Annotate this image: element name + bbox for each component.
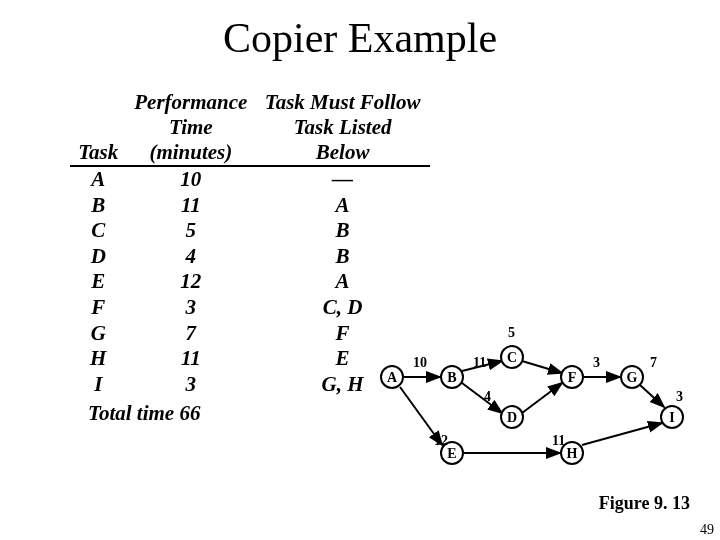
cell-time: 7	[127, 321, 256, 347]
precedence-diagram: A B C D E F G H I 10 11 5 4 12 3 7 11 3	[380, 325, 720, 505]
cell-follow: —	[255, 166, 430, 193]
cell-time: 12	[127, 269, 256, 295]
header-time-l3: (minutes)	[133, 140, 250, 165]
figure-label: Figure 9. 13	[599, 493, 690, 514]
cell-task: H	[70, 346, 127, 372]
cell-task: C	[70, 218, 127, 244]
cell-task: B	[70, 193, 127, 219]
cell-time: 5	[127, 218, 256, 244]
node-i: I	[660, 405, 684, 429]
edge-ae-label: 12	[434, 433, 448, 449]
header-time-l2: Time	[133, 115, 250, 140]
table-row: F3C, D	[70, 295, 430, 321]
table-row: I3G, H	[70, 372, 430, 398]
header-follow: Task Must Follow Task Listed Below	[255, 90, 430, 166]
node-d: D	[500, 405, 524, 429]
page-title: Copier Example	[0, 14, 720, 62]
node-f: F	[560, 365, 584, 389]
edge-bc-label: 11	[473, 355, 486, 371]
task-table-container: Task Performance Time (minutes) Task Mus…	[70, 90, 430, 427]
cell-time: 3	[127, 372, 256, 398]
edge-gi-label: 7	[650, 355, 657, 371]
edge-hi-label: 3	[676, 389, 683, 405]
cell-follow: A	[255, 193, 430, 219]
cell-task: E	[70, 269, 127, 295]
cell-task: G	[70, 321, 127, 347]
edge-bd-label: 4	[484, 389, 491, 405]
total-label: Total time	[88, 401, 174, 425]
edge-eh-label: 11	[552, 433, 565, 449]
table-row: A10—	[70, 166, 430, 193]
table-row: E12A	[70, 269, 430, 295]
svg-line-9	[582, 423, 662, 445]
cell-follow: C, D	[255, 295, 430, 321]
table-row: D4B	[70, 244, 430, 270]
cell-task: D	[70, 244, 127, 270]
edge-ab-label: 10	[413, 355, 427, 371]
cell-task: I	[70, 372, 127, 398]
total-value: 66	[179, 401, 200, 425]
table-row: C5B	[70, 218, 430, 244]
header-follow-l1: Task Must Follow	[261, 90, 424, 115]
svg-line-4	[522, 361, 562, 373]
edge-cf-label: 5	[508, 325, 515, 341]
cell-follow: A	[255, 269, 430, 295]
cell-time: 3	[127, 295, 256, 321]
edge-fg-label: 3	[593, 355, 600, 371]
svg-line-7	[640, 385, 664, 407]
cell-follow: B	[255, 218, 430, 244]
total-row: Total time 66	[70, 397, 430, 427]
header-task: Task	[70, 90, 127, 166]
node-b: B	[440, 365, 464, 389]
cell-time: 11	[127, 346, 256, 372]
cell-follow: B	[255, 244, 430, 270]
table-row: G7F	[70, 321, 430, 347]
cell-time: 4	[127, 244, 256, 270]
header-follow-l2: Task Listed	[261, 115, 424, 140]
table-row: B11A	[70, 193, 430, 219]
header-time-l1: Performance	[133, 90, 250, 115]
cell-task: A	[70, 166, 127, 193]
task-table-body: A10— B11A C5B D4B E12A F3C, D G7F H11E I…	[70, 166, 430, 427]
svg-line-5	[522, 383, 562, 413]
cell-time: 11	[127, 193, 256, 219]
svg-line-2	[462, 383, 502, 413]
header-follow-l3: Below	[261, 140, 424, 165]
header-time: Performance Time (minutes)	[127, 90, 256, 166]
task-table: Task Performance Time (minutes) Task Mus…	[70, 90, 430, 427]
table-row: H11E	[70, 346, 430, 372]
node-a: A	[380, 365, 404, 389]
cell-task: F	[70, 295, 127, 321]
node-c: C	[500, 345, 524, 369]
cell-time: 10	[127, 166, 256, 193]
page-number: 49	[700, 522, 714, 538]
node-g: G	[620, 365, 644, 389]
